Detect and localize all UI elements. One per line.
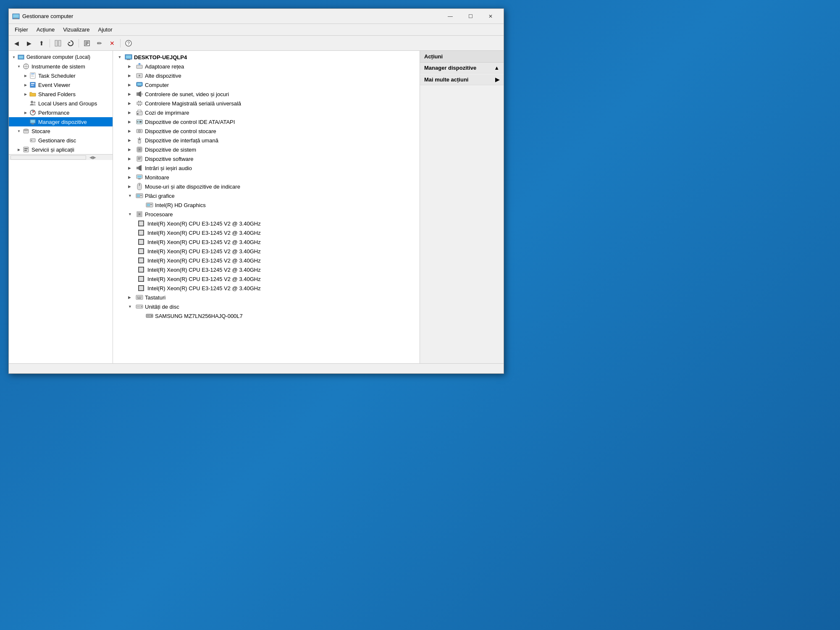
computer-icon	[136, 81, 143, 89]
unitati-disc-item[interactable]: ▼ Unități de disc	[113, 302, 420, 311]
ctrl-mag-expander[interactable]: ▶	[128, 101, 135, 105]
action-section-manager-expand[interactable]: ▲	[494, 65, 499, 71]
action-section-manager[interactable]: Manager dispozitive ▲	[420, 63, 504, 74]
computer-expander[interactable]: ▶	[128, 83, 135, 87]
menu-fisier[interactable]: Fișier	[10, 25, 32, 34]
dispozitive-sistem-item[interactable]: ▶ Dispozitive de sistem	[113, 145, 420, 154]
svg-point-62	[138, 130, 141, 132]
toolbar-delete[interactable]: ✕	[106, 38, 118, 49]
cozi-expander[interactable]: ▶	[128, 110, 135, 115]
procesoare-item[interactable]: ▼ Procesoare	[113, 210, 420, 219]
task-expander[interactable]	[22, 72, 29, 79]
menu-actiune[interactable]: Acțiune	[32, 25, 59, 34]
tastaturi-item[interactable]: ▶ Tastaturi	[113, 293, 420, 302]
servicii-expander[interactable]	[16, 146, 22, 153]
sidebar-item-manager-dispozitive[interactable]: Manager dispozitive	[9, 117, 113, 126]
svg-rect-31	[32, 123, 34, 124]
sidebar-item-local-users[interactable]: Local Users and Groups	[9, 99, 113, 108]
root-expander[interactable]	[10, 54, 17, 60]
dispozitive-interfata-item[interactable]: ▶ Dispozitive de interfață umană	[113, 136, 420, 145]
adaptoare-expander[interactable]: ▶	[128, 64, 135, 68]
interfata-expander[interactable]: ▶	[128, 138, 135, 142]
stocare-expander[interactable]	[16, 128, 22, 134]
toolbar-show-hide[interactable]	[52, 38, 64, 49]
close-button[interactable]: ✕	[481, 10, 500, 23]
dispozitive-software-item[interactable]: ▶ Dispozitive software	[113, 154, 420, 163]
alte-expander[interactable]: ▶	[128, 74, 135, 78]
placi-grafice-item[interactable]: ▼ Plăci grafice	[113, 191, 420, 200]
shared-expander[interactable]	[22, 91, 29, 97]
disp-stocare-expander[interactable]: ▶	[128, 129, 135, 133]
toolbar-properties[interactable]	[81, 38, 93, 49]
dispozitive-ide-item[interactable]: ▶ Dispozitive de control IDE ATA/ATAPI	[113, 117, 420, 126]
sidebar-item-performance[interactable]: Performance	[9, 108, 113, 117]
samsung-item[interactable]: SAMSUNG MZ7LN256HAJQ-000L7	[113, 311, 420, 320]
controlere-sunet-item[interactable]: ▶ Controlere de sunet, video și jocuri	[113, 89, 420, 99]
center-root-expander[interactable]: ▼	[116, 54, 123, 60]
svg-marker-71	[139, 165, 142, 171]
instrumente-expander[interactable]	[16, 63, 22, 70]
local-users-label: Local Users and Groups	[38, 100, 97, 107]
cpu-item-5[interactable]: Intel(R) Xeon(R) CPU E3-1245 V2 @ 3.40GH…	[113, 256, 420, 265]
sidebar-item-instrumente[interactable]: Instrumente de sistem	[9, 62, 113, 71]
cpu-label: Intel(R) Xeon(R) CPU E3-1245 V2 @ 3.40GH…	[147, 239, 261, 245]
monitoare-item[interactable]: ▶ Monitoare	[113, 173, 420, 182]
cpu-item-6[interactable]: Intel(R) Xeon(R) CPU E3-1245 V2 @ 3.40GH…	[113, 265, 420, 274]
dispozitive-stocare-item[interactable]: ▶ Dispozitive de control stocare	[113, 126, 420, 136]
cpu-item-7[interactable]: Intel(R) Xeon(R) CPU E3-1245 V2 @ 3.40GH…	[113, 274, 420, 284]
cpu-item-1[interactable]: Intel(R) Xeon(R) CPU E3-1245 V2 @ 3.40GH…	[113, 219, 420, 228]
audio-expander[interactable]: ▶	[128, 166, 135, 170]
cpu-item-2[interactable]: Intel(R) Xeon(R) CPU E3-1245 V2 @ 3.40GH…	[113, 228, 420, 237]
intel-hd-item[interactable]: Intel(R) HD Graphics	[113, 200, 420, 210]
toolbar-refresh[interactable]	[65, 38, 76, 49]
disc-expander[interactable]	[22, 137, 29, 144]
sistem-expander[interactable]: ▶	[128, 147, 135, 152]
cozi-imprimare-item[interactable]: ▶ Cozi de imprimare	[113, 108, 420, 117]
perf-expander[interactable]	[22, 109, 29, 116]
users-icon	[29, 100, 37, 107]
tastatura-expander[interactable]: ▶	[128, 295, 135, 299]
toolbar-help[interactable]: ?	[123, 38, 134, 49]
sidebar-item-event-viewer[interactable]: Event Viewer	[9, 80, 113, 89]
cpu-item-3[interactable]: Intel(R) Xeon(R) CPU E3-1245 V2 @ 3.40GH…	[113, 237, 420, 247]
placi-expander[interactable]: ▼	[128, 194, 135, 198]
sidebar-root[interactable]: Gestionare computer (Local)	[9, 52, 113, 62]
cpu-item-8[interactable]: Intel(R) Xeon(R) CPU E3-1245 V2 @ 3.40GH…	[113, 284, 420, 293]
instrumente-icon	[22, 63, 30, 70]
proc-expander[interactable]: ▼	[128, 212, 135, 216]
intrari-iesiri-item[interactable]: ▶ Intrări și ieșiri audio	[113, 163, 420, 173]
computer-item[interactable]: ▶ Computer	[113, 80, 420, 89]
adaptoare-retea[interactable]: ▶ Adaptoare rețea	[113, 62, 420, 71]
tastatura-icon	[136, 294, 143, 301]
toolbar-edit[interactable]: ✏	[94, 38, 105, 49]
alte-dispozitive[interactable]: ▶ Alte dispozitive	[113, 71, 420, 80]
ide-expander[interactable]: ▶	[128, 120, 135, 124]
sidebar-hscroll[interactable]: ◀▶	[9, 154, 113, 160]
action-section-more[interactable]: Mai multe acțiuni ▶	[420, 74, 504, 85]
event-expander[interactable]	[22, 81, 29, 88]
controlere-magistrala-item[interactable]: ▶ Controlere Magistrală serială universa…	[113, 99, 420, 108]
toolbar-forward[interactable]: ▶	[23, 38, 35, 49]
action-section-more-expand[interactable]: ▶	[495, 76, 499, 83]
sidebar-item-shared-folders[interactable]: Shared Folders	[9, 89, 113, 99]
controlere-sunet-expander[interactable]: ▶	[128, 92, 135, 96]
software-expander[interactable]: ▶	[128, 157, 135, 161]
sidebar-item-stocare[interactable]: Stocare	[9, 126, 113, 136]
maximize-button[interactable]: ☐	[461, 10, 480, 23]
unitati-expander[interactable]: ▼	[128, 304, 135, 309]
menu-vizualizare[interactable]: Vizualizare	[59, 25, 94, 34]
minimize-button[interactable]: —	[441, 10, 460, 23]
manager-expander[interactable]	[22, 118, 29, 125]
mouse-expander[interactable]: ▶	[128, 184, 135, 189]
sidebar-item-task-scheduler[interactable]: Task Scheduler	[9, 71, 113, 80]
monitoare-expander[interactable]: ▶	[128, 175, 135, 179]
cpu-item-4[interactable]: Intel(R) Xeon(R) CPU E3-1245 V2 @ 3.40GH…	[113, 247, 420, 256]
users-expander[interactable]	[22, 100, 29, 107]
sidebar-item-servicii[interactable]: Servicii și aplicații	[9, 145, 113, 154]
center-root[interactable]: ▼ DESKTOP-UEJQLP4	[113, 52, 420, 62]
toolbar-up[interactable]: ⬆	[36, 38, 47, 49]
toolbar-back[interactable]: ◀	[10, 38, 22, 49]
menu-ajutor[interactable]: Ajutor	[94, 25, 117, 34]
mouse-uri-item[interactable]: ▶ Mouse-uri și alte dispozitive de indic…	[113, 182, 420, 191]
sidebar-item-gestionare-disc[interactable]: Gestionare disc	[9, 136, 113, 145]
